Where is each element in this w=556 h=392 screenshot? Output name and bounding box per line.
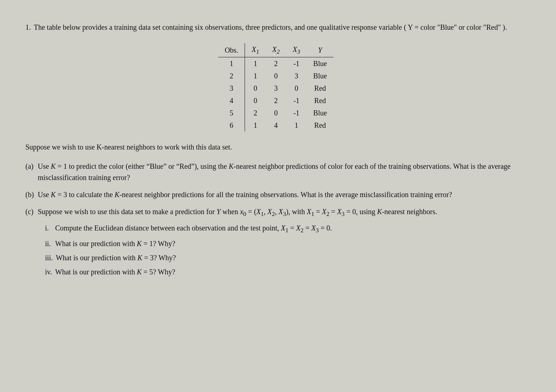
sub-part-iii-label: iii. <box>45 252 53 264</box>
table-cell: -1 <box>286 57 307 70</box>
sub-part-i-label: i. <box>45 222 52 235</box>
table-cell: -1 <box>286 94 307 107</box>
table-row: 2103Blue <box>218 70 334 82</box>
part-c: (c) Suppose we wish to use this data set… <box>25 206 526 281</box>
table-cell: 0 <box>266 70 286 82</box>
table-cell: Red <box>307 82 334 94</box>
table-cell: 0 <box>266 107 286 119</box>
table-section: Obs. X1 X2 X3 Y 112-1Blue2103Blue3030Red… <box>25 43 526 131</box>
table-cell: 4 <box>218 94 245 107</box>
table-cell: Red <box>307 94 334 107</box>
parts-container: (a) Use K = 1 to predict the color (eith… <box>25 161 526 281</box>
table-cell: 1 <box>245 57 266 70</box>
table-cell: 1 <box>245 119 266 131</box>
table-cell: 3 <box>266 82 286 94</box>
sub-part-i: i. Compute the Euclidean distance betwee… <box>45 222 526 235</box>
sub-part-iii: iii. What is our prediction with K = 3? … <box>45 252 526 264</box>
sub-part-iii-content: What is our prediction with K = 3? Why? <box>56 252 526 264</box>
problem-intro: The table below provides a training data… <box>34 22 507 33</box>
table-cell: Red <box>307 119 334 131</box>
table-row: 112-1Blue <box>218 57 334 70</box>
table-cell: 1 <box>218 57 245 70</box>
col-header-x2: X2 <box>266 43 286 57</box>
table-cell: Blue <box>307 70 334 82</box>
table-row: 520-1Blue <box>218 107 334 119</box>
table-cell: -1 <box>286 107 307 119</box>
sub-part-ii-label: ii. <box>45 238 52 249</box>
part-c-label: (c) <box>25 206 36 281</box>
table-cell: 0 <box>245 94 266 107</box>
part-a-content: Use K = 1 to predict the color (either “… <box>38 161 526 183</box>
table-cell: 2 <box>218 70 245 82</box>
table-row: 3030Red <box>218 82 334 94</box>
part-b-content: Use K = 3 to calculate the K-nearest nei… <box>38 189 526 200</box>
problem-header: 1. The table below provides a training d… <box>25 22 526 33</box>
table-cell: 1 <box>286 119 307 131</box>
sub-part-iv: iv. What is our prediction with K = 5? W… <box>45 266 526 278</box>
table-row: 402-1Red <box>218 94 334 107</box>
suppose-text: Suppose we wish to use K-nearest neighbo… <box>25 142 526 153</box>
col-header-x3: X3 <box>286 43 307 57</box>
col-header-y: Y <box>307 43 334 57</box>
col-header-obs: Obs. <box>218 43 245 57</box>
col-header-x1: X1 <box>245 43 266 57</box>
part-b: (b) Use K = 3 to calculate the K-nearest… <box>25 189 526 200</box>
part-a: (a) Use K = 1 to predict the color (eith… <box>25 161 526 183</box>
table-cell: 0 <box>245 82 266 94</box>
table-cell: 4 <box>266 119 286 131</box>
table-cell: 0 <box>286 82 307 94</box>
sub-part-ii: ii. What is our prediction with K = 1? W… <box>45 238 526 249</box>
table-cell: 2 <box>245 107 266 119</box>
sub-parts: i. Compute the Euclidean distance betwee… <box>45 222 526 278</box>
table-cell: 2 <box>266 94 286 107</box>
table-cell: 1 <box>245 70 266 82</box>
table-cell: 3 <box>286 70 307 82</box>
table-cell: Blue <box>307 107 334 119</box>
problem-container: 1. The table below provides a training d… <box>22 15 530 294</box>
table-cell: Blue <box>307 57 334 70</box>
data-table: Obs. X1 X2 X3 Y 112-1Blue2103Blue3030Red… <box>218 43 334 131</box>
part-c-text: Suppose we wish to use this data set to … <box>38 208 437 216</box>
part-a-label: (a) <box>25 161 36 183</box>
sub-part-i-content: Compute the Euclidean distance between e… <box>55 222 526 235</box>
table-cell: 6 <box>218 119 245 131</box>
table-row: 6141Red <box>218 119 334 131</box>
sub-part-iv-content: What is our prediction with K = 5? Why? <box>55 266 526 278</box>
problem-number: 1. <box>25 22 31 33</box>
table-cell: 2 <box>266 57 286 70</box>
part-b-label: (b) <box>25 189 36 200</box>
sub-part-iv-label: iv. <box>45 266 52 278</box>
table-cell: 3 <box>218 82 245 94</box>
part-c-content: Suppose we wish to use this data set to … <box>38 206 526 281</box>
table-cell: 5 <box>218 107 245 119</box>
sub-part-ii-content: What is our prediction with K = 1? Why? <box>55 238 526 249</box>
